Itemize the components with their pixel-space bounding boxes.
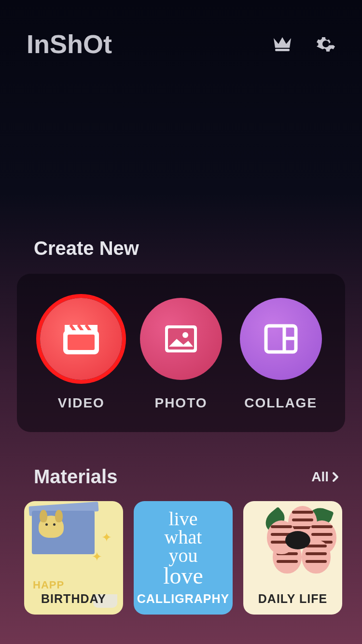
premium-button[interactable] [272,35,293,53]
header-actions [272,34,335,54]
crown-icon [272,35,293,53]
materials-row: ✦ ✦ HAPP BIRTHDAY livewhatyoulove CALLIG… [0,488,362,615]
app-header: InShOt [0,0,362,59]
collage-icon [262,322,300,356]
create-video-button[interactable]: VIDEO [40,298,122,411]
material-card-label: BIRTHDAY [41,592,106,606]
clapperboard-icon [62,322,100,356]
chevron-right-icon [331,470,340,484]
app-logo-text: InShOt [27,29,112,59]
birthday-art-text: HAPP [33,579,64,591]
create-section-title: Create New [0,238,362,259]
create-photo-label: PHOTO [154,395,207,411]
svg-rect-3 [68,335,95,350]
calligraphy-art-text: livewhatyoulove [134,510,233,587]
image-icon [162,322,200,355]
photo-circle [140,298,222,380]
gear-icon [316,34,335,54]
settings-button[interactable] [316,34,335,54]
materials-header: Materials All [0,466,362,488]
create-photo-button[interactable]: PHOTO [140,298,222,411]
materials-all-button[interactable]: All [311,469,340,485]
materials-section-title: Materials [34,466,117,488]
materials-all-label: All [311,469,329,485]
collage-circle [240,298,322,380]
material-card-calligraphy[interactable]: livewhatyoulove CALLIGRAPHY [134,501,233,615]
material-card-label: DAILY LIFE [258,592,327,606]
svg-point-6 [182,332,188,338]
create-collage-label: COLLAGE [244,395,317,411]
create-video-label: VIDEO [58,395,105,411]
material-card-birthday[interactable]: ✦ ✦ HAPP BIRTHDAY [24,501,123,615]
create-collage-button[interactable]: COLLAGE [240,298,322,411]
material-card-label: CALLIGRAPHY [137,592,230,606]
video-circle [40,298,122,380]
app-logo: InShOt [27,29,112,59]
svg-rect-0 [275,49,290,51]
material-card-dailylife[interactable]: DAILY LIFE [243,501,342,615]
create-panel: VIDEO PHOTO COLLAGE [17,274,345,432]
